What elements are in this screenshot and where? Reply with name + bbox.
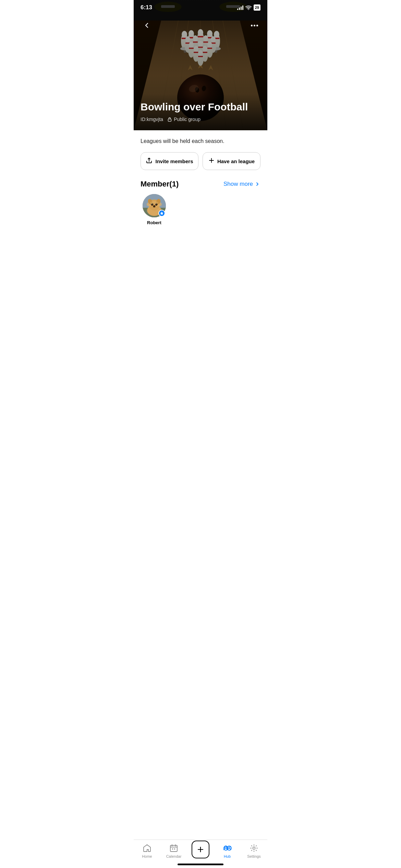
league-label: Have an league (217, 158, 255, 164)
members-header: Member(1) Show more (141, 180, 260, 189)
group-title: Bowling over Football (141, 101, 260, 113)
status-icons: 29 (237, 4, 260, 11)
members-title: Member(1) (141, 180, 179, 189)
group-type: Public group (167, 117, 200, 122)
hero-nav (134, 15, 267, 36)
battery-icon: 29 (254, 4, 260, 11)
svg-point-91 (153, 205, 155, 207)
lock-icon (167, 117, 172, 122)
invite-members-button[interactable]: Invite members (141, 152, 198, 170)
group-description: Leagues will be held each season. (141, 137, 260, 145)
member-item[interactable]: Robert (141, 194, 168, 225)
group-id: ID:kmgvjta (141, 117, 163, 122)
signal-icon (237, 5, 243, 10)
members-section: Member(1) Show more (141, 180, 260, 232)
invite-label: Invite members (155, 158, 193, 164)
more-button[interactable] (248, 19, 260, 32)
member-name: Robert (147, 220, 161, 225)
hero-info: Bowling over Football ID:kmgvjta Public … (134, 94, 267, 130)
member-avatar-wrap (143, 194, 166, 217)
hero-meta: ID:kmgvjta Public group (141, 117, 260, 122)
have-league-button[interactable]: Have an league (203, 152, 260, 170)
status-bar: 6:13 29 (134, 0, 267, 15)
plus-icon (208, 157, 215, 165)
back-button[interactable] (141, 19, 153, 32)
show-more-button[interactable]: Show more (223, 181, 260, 188)
svg-point-92 (150, 201, 158, 205)
action-buttons: Invite members Have an league (141, 152, 260, 170)
hero-section: Bowling over Football ID:kmgvjta Public … (134, 0, 267, 130)
svg-point-0 (248, 9, 249, 10)
chevron-right-icon (254, 181, 260, 187)
content-area: Leagues will be held each season. Invite… (134, 130, 267, 232)
svg-rect-76 (168, 119, 171, 121)
svg-marker-93 (160, 212, 163, 215)
wifi-icon (245, 5, 252, 10)
share-icon (146, 157, 153, 166)
status-time: 6:13 (141, 4, 152, 11)
admin-badge (158, 210, 165, 217)
